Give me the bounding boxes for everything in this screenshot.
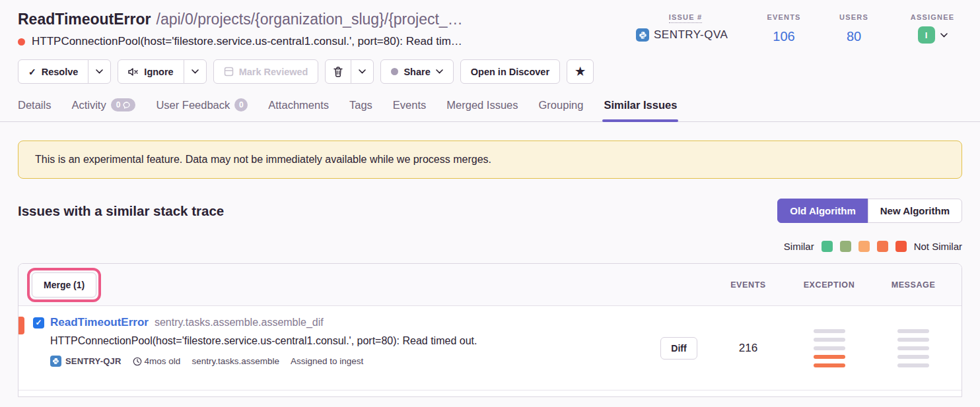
comment-bubble-icon bbox=[122, 102, 130, 109]
similarity-bar bbox=[814, 329, 845, 333]
similarity-swatch-icon bbox=[877, 241, 888, 252]
star-icon: ★ bbox=[575, 66, 585, 77]
issue-number-label: ISSUE # bbox=[669, 13, 703, 23]
error-level-dot-icon bbox=[18, 38, 25, 46]
row-select-checkbox[interactable]: ✓ bbox=[33, 317, 44, 329]
python-project-icon bbox=[636, 28, 649, 42]
delete-button[interactable] bbox=[325, 59, 351, 84]
issue-type-title: ReadTimeoutError bbox=[18, 11, 151, 28]
issue-short-id-text: SENTRY-QVA bbox=[654, 28, 728, 42]
page-title: ReadTimeoutError/api/0/projects/{organiz… bbox=[18, 9, 463, 29]
error-level-bar-icon bbox=[18, 317, 24, 334]
open-in-discover-button[interactable]: Open in Discover bbox=[460, 59, 560, 84]
tab-tags[interactable]: Tags bbox=[349, 98, 372, 121]
tab-similar-issues[interactable]: Similar Issues bbox=[604, 98, 677, 121]
similarity-bar bbox=[897, 338, 929, 342]
similarity-bar bbox=[897, 346, 929, 350]
row-issue-culprit: sentry.tasks.assemble.assemble_dif bbox=[155, 317, 324, 329]
issue-title-block: ReadTimeoutError/api/0/projects/{organiz… bbox=[18, 9, 463, 48]
issue-subtitle: HTTPConnectionPool(host='filestore.servi… bbox=[32, 35, 462, 48]
python-project-icon bbox=[50, 356, 61, 367]
archive-icon bbox=[224, 67, 234, 77]
algorithm-toggle: Old Algorithm New Algorithm bbox=[777, 199, 962, 223]
chevron-down-icon bbox=[96, 69, 103, 74]
tab-user-feedback[interactable]: User Feedback 0 bbox=[156, 98, 248, 121]
legend-similar-label: Similar bbox=[784, 241, 814, 252]
chevron-down-icon bbox=[359, 69, 366, 74]
ignore-dropdown-button[interactable] bbox=[184, 59, 207, 84]
merge-button[interactable]: Merge (1) bbox=[32, 272, 96, 297]
similarity-bar bbox=[897, 363, 929, 367]
events-stat-label: EVENTS bbox=[767, 13, 800, 21]
similarity-legend: Similar Not Similar bbox=[0, 241, 980, 252]
row-issue-message: HTTPConnectionPool(host='filestore.servi… bbox=[33, 335, 649, 347]
chevron-down-icon bbox=[436, 69, 443, 74]
share-button[interactable]: Share bbox=[380, 59, 453, 84]
chevron-down-icon bbox=[192, 69, 199, 74]
similarity-bar bbox=[814, 363, 845, 367]
ignore-button[interactable]: Ignore bbox=[118, 59, 184, 84]
similarity-swatch-icon bbox=[895, 241, 907, 252]
row-assigned: Assigned to ingest bbox=[291, 356, 363, 366]
mute-icon bbox=[128, 67, 139, 77]
exception-similarity-bars bbox=[814, 329, 845, 367]
issue-action-toolbar: ✓ Resolve Ignore Mark Reviewed bbox=[18, 59, 962, 84]
tab-details[interactable]: Details bbox=[18, 98, 51, 121]
issue-stats: ISSUE # SENTRY-QVA EVENTS 106 USERS 80 A… bbox=[636, 11, 962, 44]
similarity-bar bbox=[814, 355, 845, 359]
new-algorithm-button[interactable]: New Algorithm bbox=[868, 199, 962, 223]
similar-issues-table: Merge (1) EVENTS EXCEPTION MESSAGE ✓ Rea… bbox=[18, 263, 962, 397]
similarity-bar bbox=[814, 346, 845, 350]
bookmark-star-button[interactable]: ★ bbox=[567, 59, 594, 84]
similarity-swatch-icon bbox=[858, 241, 870, 252]
tab-merged-issues[interactable]: Merged Issues bbox=[446, 98, 518, 121]
issue-culprit-path: /api/0/projects/{organization_slug}/{pro… bbox=[157, 11, 463, 28]
users-stat-label: USERS bbox=[839, 13, 868, 21]
row-task: sentry.tasks.assemble bbox=[192, 356, 279, 366]
issue-header: ReadTimeoutError/api/0/projects/{organiz… bbox=[0, 9, 980, 84]
row-events-count: 216 bbox=[739, 342, 757, 355]
resolve-button[interactable]: ✓ Resolve bbox=[18, 59, 88, 84]
activity-count-badge: 0 bbox=[111, 98, 136, 111]
diff-button[interactable]: Diff bbox=[660, 337, 697, 360]
row-age: 4mos old bbox=[133, 356, 181, 366]
old-algorithm-button[interactable]: Old Algorithm bbox=[777, 199, 868, 223]
next-row-partial bbox=[18, 391, 962, 396]
similar-issue-row: ✓ ReadTimeoutError sentry.tasks.assemble… bbox=[18, 306, 962, 391]
share-status-dot-icon bbox=[391, 68, 398, 75]
issue-short-id[interactable]: SENTRY-QVA bbox=[636, 28, 735, 42]
assignee-avatar: I bbox=[918, 26, 935, 44]
users-count-link[interactable]: 80 bbox=[833, 29, 875, 44]
column-header-events: EVENTS bbox=[730, 280, 766, 290]
mark-reviewed-button[interactable]: Mark Reviewed bbox=[213, 59, 319, 84]
similarity-swatch-icon bbox=[822, 241, 833, 252]
tab-activity[interactable]: Activity 0 bbox=[71, 98, 135, 121]
merge-button-annotation-highlight: Merge (1) bbox=[27, 268, 101, 302]
similar-issues-heading: Issues with a similar stack trace bbox=[18, 203, 224, 219]
check-icon: ✓ bbox=[28, 67, 36, 77]
similarity-bar bbox=[897, 355, 929, 359]
column-header-message: MESSAGE bbox=[892, 280, 936, 290]
column-header-exception: EXCEPTION bbox=[804, 280, 855, 290]
assignee-dropdown[interactable]: I bbox=[903, 26, 962, 44]
events-count-link[interactable]: 106 bbox=[763, 29, 805, 44]
table-header: Merge (1) EVENTS EXCEPTION MESSAGE bbox=[18, 264, 962, 306]
similarity-bar bbox=[814, 338, 845, 342]
similarity-swatch-icon bbox=[840, 241, 851, 252]
resolve-dropdown-button[interactable] bbox=[88, 59, 111, 84]
row-issue-title-link[interactable]: ReadTimeoutError bbox=[50, 316, 149, 329]
tab-attachments[interactable]: Attachments bbox=[268, 98, 329, 121]
row-short-id: SENTRY-QJR bbox=[50, 356, 122, 367]
message-similarity-bars bbox=[897, 329, 929, 367]
experimental-feature-banner: This is an experimental feature. Data ma… bbox=[18, 141, 962, 179]
trash-icon bbox=[333, 67, 343, 77]
issue-tab-bar: Details Activity 0 User Feedback 0 Attac… bbox=[0, 98, 980, 122]
assignee-stat-label: ASSIGNEE bbox=[911, 13, 954, 21]
legend-not-similar-label: Not Similar bbox=[914, 241, 962, 252]
clock-icon bbox=[133, 357, 142, 366]
chevron-down-icon bbox=[940, 33, 948, 38]
tab-grouping[interactable]: Grouping bbox=[539, 98, 584, 121]
user-feedback-count-badge: 0 bbox=[234, 98, 248, 111]
tab-events[interactable]: Events bbox=[393, 98, 426, 121]
delete-dropdown-button[interactable] bbox=[351, 59, 374, 84]
